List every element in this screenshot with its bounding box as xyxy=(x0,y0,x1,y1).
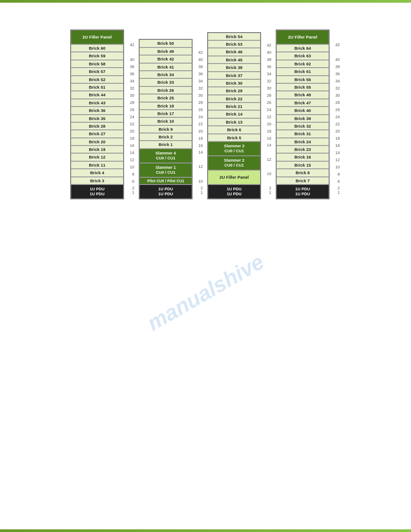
rack-number: 20 xyxy=(125,128,135,135)
rack-cell: Brick 17 xyxy=(139,110,192,117)
rack-numbers-rack1: 42403836343230282624222018161412108621 xyxy=(125,42,135,199)
rack-rack2: Brick 50Brick 49Brick 42Brick 41Brick 34… xyxy=(139,39,204,199)
rack-cell: 1U PDU1U PDU xyxy=(276,184,329,199)
rack-number: 16 xyxy=(262,135,272,142)
rack-number: 21 xyxy=(262,185,272,199)
rack-cell: Slammer 3CU0 / CU1 xyxy=(208,142,261,156)
rack-cell: Brick 31 xyxy=(276,130,329,137)
rack-number: 42 xyxy=(194,49,204,56)
rack-cell: Brick 3 xyxy=(71,177,124,184)
rack-number: 18 xyxy=(262,128,272,135)
rack-cell: Brick 29 xyxy=(208,87,261,94)
rack-cell: Brick 11 xyxy=(71,161,124,169)
rack-number: 16 xyxy=(331,142,341,149)
rack-number: 18 xyxy=(331,135,341,142)
rack-rack4: 2U Filler PanelBrick 64Brick 63Brick 62B… xyxy=(276,30,341,199)
rack-number: 38 xyxy=(262,56,272,63)
rack-number: 28 xyxy=(262,92,272,99)
rack-number: 32 xyxy=(125,85,135,92)
rack-cell: Brick 15 xyxy=(276,161,329,169)
rack-number: 14 xyxy=(331,149,341,156)
rack-number: 36 xyxy=(125,70,135,77)
rack-number: 36 xyxy=(331,70,341,77)
rack-number: 36 xyxy=(262,63,272,70)
page-content: 2U Filler PanelBrick 60Brick 59Brick 58B… xyxy=(0,3,411,235)
rack-number: 42 xyxy=(331,42,341,56)
rack-number: 12 xyxy=(331,156,341,163)
rack-number: 32 xyxy=(194,85,204,92)
rack-number: 34 xyxy=(125,77,135,85)
rack-cell: Brick 32 xyxy=(276,122,329,130)
rack-cell: Brick 25 xyxy=(139,94,192,102)
rack-number: 28 xyxy=(125,99,135,106)
rack-number: 16 xyxy=(125,142,135,149)
rack-cell: Brick 47 xyxy=(276,99,329,107)
rack-cell: Brick 49 xyxy=(139,47,192,55)
rack-cell: Brick 46 xyxy=(208,48,261,56)
rack-number: 30 xyxy=(194,92,204,99)
rack-cell: Brick 58 xyxy=(71,60,124,68)
rack-cell: Brick 38 xyxy=(208,64,261,71)
rack-number: 32 xyxy=(331,85,341,92)
rack-column-rack2: Brick 50Brick 49Brick 42Brick 41Brick 34… xyxy=(139,39,193,199)
rack-number: 24 xyxy=(194,113,204,120)
rack-cell: Brick 37 xyxy=(208,72,261,79)
rack-number: 12 xyxy=(125,156,135,163)
rack-cell: Brick 53 xyxy=(208,40,261,48)
rack-cell: 2U Filler Panel xyxy=(276,30,329,44)
rack-cell: Brick 12 xyxy=(71,153,124,161)
rack-cell: Brick 28 xyxy=(71,122,124,130)
rack-number: 8 xyxy=(125,171,135,178)
rack-cell: Brick 41 xyxy=(139,63,192,71)
rack-number: 12 xyxy=(194,163,204,178)
rack-number: 6 xyxy=(331,178,341,185)
rack-number: 21 xyxy=(194,185,204,199)
rack-numbers-rack4: 42403836343230282624222018161412108621 xyxy=(331,42,341,199)
rack-number: 24 xyxy=(125,113,135,120)
rack-number: 34 xyxy=(331,77,341,85)
rack-cell: Brick 44 xyxy=(71,91,124,99)
rack-cell: Brick 61 xyxy=(276,68,329,75)
rack-number: 42 xyxy=(125,42,135,56)
rack-cell: Brick 33 xyxy=(139,78,192,86)
rack-number: 21 xyxy=(125,185,135,199)
rack-cell: Brick 2 xyxy=(139,133,192,141)
rack-cell: Brick 26 xyxy=(139,86,192,94)
rack-number: 40 xyxy=(262,49,272,56)
rack-number: 42 xyxy=(262,42,272,49)
rack-number: 28 xyxy=(194,99,204,106)
rack-number: 36 xyxy=(194,70,204,77)
rack-cell: Brick 36 xyxy=(71,107,124,114)
rack-number: 30 xyxy=(125,92,135,99)
bottom-border xyxy=(0,529,411,532)
rack-number: 10 xyxy=(194,178,204,185)
rack-number: 30 xyxy=(331,92,341,99)
rack-number: 26 xyxy=(194,106,204,113)
rack-cell: Brick 22 xyxy=(208,95,261,103)
rack-number: 34 xyxy=(262,70,272,77)
rack-number: 8 xyxy=(331,171,341,178)
racks-container: 2U Filler PanelBrick 60Brick 59Brick 58B… xyxy=(70,30,341,199)
rack-numbers-rack2: 424038363432302826242220181614121021 xyxy=(194,49,204,199)
rack-cell: Brick 1 xyxy=(139,141,192,148)
rack-cell: Brick 40 xyxy=(276,107,329,114)
rack-cell: Brick 24 xyxy=(276,138,329,146)
rack-number: 10 xyxy=(331,163,341,171)
rack-cell: Brick 59 xyxy=(71,52,124,60)
rack-cell: Slammer 2CU0 / CU1 xyxy=(208,156,261,170)
rack-cell: Slammer 4CU0 / CU1 xyxy=(139,149,192,163)
rack-cell: Brick 54 xyxy=(208,33,261,40)
rack-numbers-rack3: 424038363432302826242220181614121021 xyxy=(262,42,272,199)
rack-cell: Slammer 1CU0 / CU1 xyxy=(139,163,192,177)
rack-cell: Brick 9 xyxy=(139,125,192,133)
rack-number: 38 xyxy=(194,63,204,70)
rack-cell: Brick 6 xyxy=(208,126,261,133)
rack-cell: 1U PDU1U PDU xyxy=(139,184,192,199)
rack-number: 14 xyxy=(262,142,272,156)
rack-number: 38 xyxy=(125,63,135,70)
rack-cell: 2U Filler Panel xyxy=(71,30,124,44)
rack-rack3: Brick 54Brick 53Brick 46Brick 45Brick 38… xyxy=(207,32,272,199)
rack-number: 24 xyxy=(262,106,272,113)
rack-cell: Brick 4 xyxy=(71,169,124,176)
rack-number: 22 xyxy=(331,120,341,128)
